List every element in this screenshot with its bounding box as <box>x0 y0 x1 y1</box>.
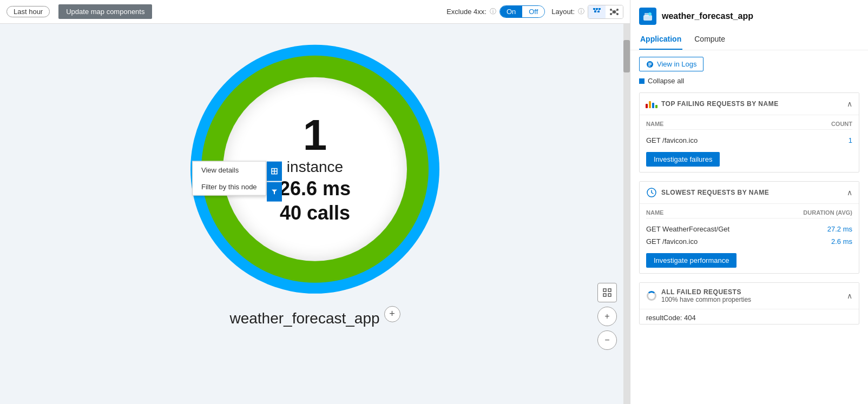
context-filter-icon-button[interactable] <box>267 182 282 201</box>
svg-rect-4 <box>597 11 600 12</box>
svg-point-26 <box>648 12 652 16</box>
update-map-button[interactable]: Update map components <box>58 4 152 19</box>
filter-by-node-item[interactable]: Filter by this node <box>193 178 266 195</box>
svg-rect-30 <box>648 65 650 67</box>
collapse-all-label: Collapse all <box>648 77 684 85</box>
logs-icon <box>646 61 654 68</box>
failed-requests-icon <box>646 290 657 301</box>
table-row: GET WeatherForecast/Get 27.2 ms <box>646 223 852 235</box>
svg-line-5 <box>594 10 595 11</box>
table-row: GET /favicon.ico 2.6 ms <box>646 235 852 248</box>
force-icon <box>610 8 619 16</box>
svg-point-11 <box>610 13 612 15</box>
spinner-icon <box>647 291 656 301</box>
tab-application[interactable]: Application <box>639 31 682 50</box>
count-col-header: COUNT <box>831 121 852 127</box>
result-code: resultCode: 404 <box>640 309 859 324</box>
node-ms: 26.6 ms <box>279 177 351 200</box>
fit-button[interactable] <box>597 283 617 302</box>
top-failing-chevron <box>847 100 852 108</box>
svg-rect-20 <box>603 289 606 292</box>
toolbar-right: Exclude 4xx: ⓘ On Off Layout: ⓘ <box>446 5 623 19</box>
failed-requests-subtitle: 100% have common properties <box>661 296 847 303</box>
view-in-logs-button[interactable]: View in Logs <box>639 57 703 71</box>
failed-requests-header[interactable]: ALL FAILED REQUESTS 100% have common pro… <box>640 283 859 309</box>
svg-line-15 <box>612 12 613 14</box>
node-number: 1 <box>303 113 327 156</box>
node-calls: 40 calls <box>280 201 350 224</box>
svg-rect-28 <box>648 63 652 64</box>
context-filter-icon <box>271 188 278 195</box>
bar-chart-icon <box>646 100 657 108</box>
map-scrollbar[interactable] <box>623 24 630 404</box>
slowest-row-1-duration: 27.2 ms <box>827 225 852 233</box>
view-details-item[interactable]: View details <box>193 161 266 178</box>
app-icon <box>639 8 656 25</box>
zoom-out-button[interactable]: − <box>597 330 617 350</box>
tab-compute[interactable]: Compute <box>693 31 726 50</box>
slowest-icon <box>646 187 657 198</box>
svg-line-14 <box>616 10 616 11</box>
slowest-title: SLOWEST REQUESTS BY NAME <box>661 189 847 196</box>
context-view-icon-button[interactable] <box>267 161 282 181</box>
top-failing-body: NAME COUNT GET /favicon.ico 1 Investigat… <box>640 115 859 172</box>
panel-app-title: weather_forecast_app <box>639 8 859 25</box>
slowest-chevron <box>847 188 852 197</box>
app-icon-svg <box>642 11 653 22</box>
layout-label: Layout: <box>551 8 575 16</box>
slowest-row-2-duration: 2.6 ms <box>831 237 852 246</box>
context-pin-icon <box>271 167 278 175</box>
info-icon: ⓘ <box>490 7 496 16</box>
slowest-header[interactable]: SLOWEST REQUESTS BY NAME <box>640 182 859 204</box>
failed-req-header-text: ALL FAILED REQUESTS 100% have common pro… <box>661 288 847 303</box>
slowest-duration-col-header: DURATION (AVG) <box>803 209 852 216</box>
slowest-section: SLOWEST REQUESTS BY NAME NAME DURATION (… <box>639 181 859 274</box>
name-col-header: NAME <box>646 121 663 127</box>
view-in-logs-label: View in Logs <box>657 60 696 68</box>
last-hour-button[interactable]: Last hour <box>6 6 50 17</box>
zoom-in-button[interactable]: + <box>597 307 617 326</box>
svg-rect-29 <box>648 64 652 65</box>
svg-line-6 <box>595 10 597 11</box>
hierarchical-icon <box>593 8 601 16</box>
exclude-4xx-label: Exclude 4xx: ⓘ On Off <box>446 5 545 18</box>
exclude-4xx-text: Exclude 4xx: <box>446 8 486 16</box>
slowest-row-1-name: GET WeatherForecast/Get <box>646 225 729 233</box>
exclude-on-button[interactable]: On <box>500 6 522 17</box>
failed-requests-chevron <box>847 292 852 300</box>
investigate-failures-button[interactable]: Investigate failures <box>646 152 720 167</box>
svg-point-10 <box>616 9 619 11</box>
layout-icons <box>588 5 623 19</box>
layout-hierarchical-button[interactable] <box>588 5 606 18</box>
table-row: GET /favicon.ico 1 <box>646 134 852 147</box>
panel-body: View in Logs Collapse all TOP FAILING RE… <box>630 50 868 337</box>
layout-info-icon: ⓘ <box>578 7 584 16</box>
svg-rect-3 <box>594 11 596 12</box>
failing-row-name: GET /favicon.ico <box>646 136 698 144</box>
top-failing-section: TOP FAILING REQUESTS BY NAME NAME COUNT … <box>639 92 859 173</box>
svg-point-8 <box>613 10 616 14</box>
node-expand-button[interactable]: + <box>384 306 400 322</box>
slowest-clock-icon <box>647 188 656 197</box>
toolbar: Last hour Update map components Exclude … <box>0 0 630 24</box>
collapse-all-button[interactable]: Collapse all <box>639 77 859 85</box>
svg-rect-1 <box>596 8 598 10</box>
node-app-name: weather_forecast_app <box>229 309 379 327</box>
top-failing-header[interactable]: TOP FAILING REQUESTS BY NAME <box>640 93 859 115</box>
collapse-icon <box>639 78 645 84</box>
map-canvas[interactable]: 1 instance 26.6 ms 40 calls weather_fore… <box>0 24 630 404</box>
node-instance-label: instance <box>287 157 343 176</box>
svg-line-13 <box>612 10 613 11</box>
exclude-off-button[interactable]: Off <box>522 6 544 17</box>
svg-rect-0 <box>593 8 595 10</box>
slowest-row-2-name: GET /favicon.ico <box>646 237 698 246</box>
investigate-performance-button[interactable]: Investigate performance <box>646 253 737 268</box>
svg-rect-23 <box>608 294 611 296</box>
right-panel: weather_forecast_app Application Compute… <box>630 0 868 404</box>
svg-rect-22 <box>603 294 606 296</box>
slowest-table-header: NAME DURATION (AVG) <box>646 209 852 218</box>
svg-point-9 <box>610 9 612 11</box>
layout-force-button[interactable] <box>606 5 623 18</box>
svg-line-7 <box>599 10 600 11</box>
svg-rect-25 <box>645 13 649 16</box>
